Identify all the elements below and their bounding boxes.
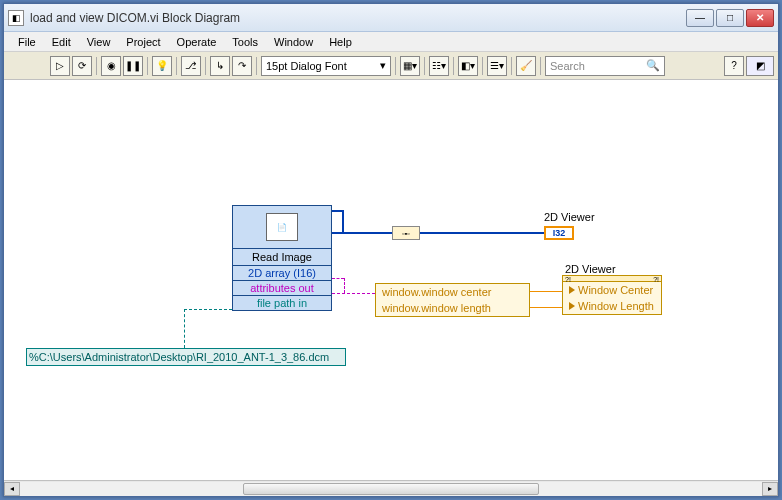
subvi-icon: 📄 [266,213,298,241]
reorder-button[interactable]: ☰▾ [487,56,507,76]
menu-help[interactable]: Help [321,34,360,50]
block-diagram-canvas[interactable]: 📄 Read Image 2D array (I16) attributes o… [4,80,778,480]
scroll-right-button[interactable]: ▸ [762,482,778,496]
app-window: ◧ load and view DICOM.vi Block Diagram —… [3,3,779,497]
run-button[interactable]: ▷ [50,56,70,76]
search-icon: 🔍 [646,59,660,72]
viewer1-label: 2D Viewer [544,211,595,223]
triangle-icon [569,286,575,294]
window-title: load and view DICOM.vi Block Diagram [30,11,686,25]
wire-length [530,307,562,308]
font-selector[interactable]: 15pt Dialog Font ▾ [261,56,391,76]
menu-view[interactable]: View [79,34,119,50]
read-image-title: Read Image [233,248,331,265]
read-image-out-array: 2D array (I16) [233,265,331,280]
wire-array-to-conv [332,232,392,234]
wire-attrs-to-unbundle [332,293,375,294]
search-placeholder: Search [550,60,585,72]
help-button[interactable]: ? [724,56,744,76]
menu-edit[interactable]: Edit [44,34,79,50]
align-button[interactable]: ▦▾ [400,56,420,76]
close-button[interactable]: ✕ [746,9,774,27]
wire-attrs-stub [332,278,344,279]
abort-button[interactable]: ◉ [101,56,121,76]
conversion-node[interactable]: ▫▪▫ [392,226,420,240]
triangle-icon [569,302,575,310]
unbundle-row-center: window.window center [376,284,529,300]
viewer2-label: 2D Viewer [565,263,616,275]
resize-button[interactable]: ◧▾ [458,56,478,76]
distribute-button[interactable]: ☷▾ [429,56,449,76]
wire-path-v [184,309,185,348]
step-into-button[interactable]: ↳ [210,56,230,76]
scroll-left-button[interactable]: ◂ [4,482,20,496]
unbundle-row-length: window.window length [376,300,529,316]
menu-window[interactable]: Window [266,34,321,50]
wire-path-h [184,309,232,310]
read-image-in-path: file path in [233,295,331,310]
wire-center [530,291,562,292]
cluster-row-length: Window Length [563,298,661,314]
search-input[interactable]: Search 🔍 [545,56,665,76]
wire-conv-to-i32 [420,232,544,234]
chevron-down-icon: ▾ [380,59,386,72]
wire-stub1 [332,210,342,212]
titlebar: ◧ load and view DICOM.vi Block Diagram —… [4,4,778,32]
menu-file[interactable]: File [10,34,44,50]
menubar: File Edit View Project Operate Tools Win… [4,32,778,52]
read-image-node[interactable]: 📄 Read Image 2D array (I16) attributes o… [232,205,332,311]
menu-project[interactable]: Project [118,34,168,50]
scroll-thumb[interactable] [243,483,540,495]
minimize-button[interactable]: — [686,9,714,27]
maximize-button[interactable]: □ [716,9,744,27]
step-over-button[interactable]: ↷ [232,56,252,76]
wire-stub1v [342,210,344,232]
app-icon: ◧ [8,10,24,26]
scrollbar-horizontal[interactable]: ◂ ▸ [4,480,778,496]
i32-indicator[interactable]: I32 [544,226,574,240]
pause-button[interactable]: ❚❚ [123,56,143,76]
read-image-icon-area: 📄 [233,206,331,248]
cluster-row-center: Window Center [563,282,661,298]
menu-operate[interactable]: Operate [169,34,225,50]
toolbar: ▷ ⟳ ◉ ❚❚ 💡 ⎇ ↳ ↷ 15pt Dialog Font ▾ ▦▾ ☷… [4,52,778,80]
cleanup-button[interactable]: 🧹 [516,56,536,76]
wire-attrs-stubv [344,278,345,293]
scroll-track[interactable] [20,482,762,496]
menu-tools[interactable]: Tools [224,34,266,50]
font-label: 15pt Dialog Font [266,60,347,72]
filepath-constant[interactable]: %C:\Users\Administrator\Desktop\RI_2010_… [26,348,346,366]
highlight-button[interactable]: 💡 [152,56,172,76]
read-image-out-attrs: attributes out [233,280,331,295]
retain-wire-button[interactable]: ⎇ [181,56,201,76]
unbundle-node[interactable]: window.window center window.window lengt… [375,283,530,317]
cluster-indicator[interactable]: ?! ?! Window Center Window Length [562,275,662,315]
context-help-icon[interactable]: ◩ [746,56,774,76]
run-continuous-button[interactable]: ⟳ [72,56,92,76]
